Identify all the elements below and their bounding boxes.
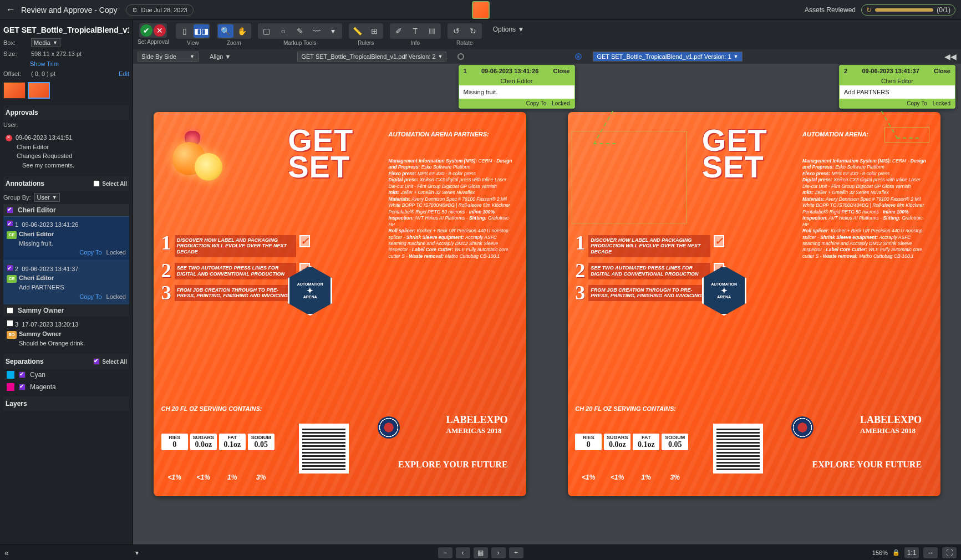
guides-button[interactable]: ⊞: [367, 24, 382, 38]
zoom-level[interactable]: 156%: [872, 549, 888, 556]
annotation-group-user-2[interactable]: Sammy Owner: [3, 304, 129, 317]
rotate-ccw-button[interactable]: ↺: [449, 24, 464, 38]
annotation-checkbox[interactable]: [7, 220, 13, 227]
separation-magenta[interactable]: Magenta: [3, 381, 129, 393]
markup-pen-button[interactable]: ✎: [292, 24, 308, 38]
asset-thumbnail-icon[interactable]: [472, 1, 490, 19]
compare-mode-select[interactable]: Side By Side▼: [138, 52, 199, 62]
thumbnail-2[interactable]: [28, 82, 50, 99]
due-date-pill[interactable]: 🗓 Due Jul 28, 2023: [126, 4, 194, 16]
eyedropper-button[interactable]: ✐: [391, 24, 406, 38]
note-copy-link[interactable]: Copy To: [526, 100, 547, 106]
zoom-button[interactable]: 🔍: [218, 24, 233, 38]
fit-width-button[interactable]: ↔: [923, 547, 938, 558]
right-document-pane[interactable]: 209-06-2023 13:41:37Close Cheri Editor A…: [547, 64, 962, 544]
annotation-checkbox[interactable]: [7, 264, 13, 271]
fullscreen-button[interactable]: ⛶: [942, 547, 957, 558]
spec-text: Management Information System (MIS): CER…: [389, 158, 515, 260]
refresh-icon[interactable]: ↻: [866, 6, 872, 14]
markup-ellipse-button[interactable]: ○: [276, 24, 291, 38]
single-view-button[interactable]: ▯: [177, 24, 192, 38]
highlight-box-1[interactable]: [572, 131, 687, 223]
spec-text: Management Information System (MIS): CER…: [802, 158, 929, 260]
offset-label: Offset:: [3, 70, 26, 77]
zoom-in-button[interactable]: +: [509, 547, 523, 558]
next-page-button[interactable]: ›: [491, 547, 506, 558]
qr-code: [299, 424, 349, 474]
viewer: ✔ ✕ Set Approval ▯ ◧◨ View 🔍 ✋ Zoom: [133, 20, 961, 544]
note-body: Missing fruit.: [459, 85, 574, 99]
options-dropdown[interactable]: Options ▼: [489, 23, 529, 35]
annotation-item-1[interactable]: 1 09-06-2023 13:41:26 CECheri Editor Mis…: [3, 216, 129, 261]
sidebar: GET SET_Bottle_TropicalBlend_v1.pdf Ver …: [0, 20, 133, 544]
edit-offset-link[interactable]: Edit: [119, 70, 129, 77]
annotation-note-1[interactable]: 109-06-2023 13:41:26Close Cheri Editor M…: [459, 65, 575, 109]
expand-panel-icon[interactable]: ◀◀: [944, 52, 957, 61]
nutrition-facts: RIES0 SUGARS0.0oz FAT0.1oz SODIUM0.05: [575, 434, 688, 450]
back-arrow-icon[interactable]: ←: [6, 4, 16, 16]
right-version-select[interactable]: GET SET_Bottle_TropicalBlend_v1.pdf Vers…: [593, 52, 742, 62]
separations-header: Separations Select All: [3, 354, 129, 369]
user-checkbox[interactable]: [7, 207, 13, 213]
pan-button[interactable]: ✋: [235, 24, 250, 38]
grid-view-button[interactable]: ▦: [474, 547, 488, 558]
annotations-select-all[interactable]: Select All: [93, 180, 127, 187]
markup-rect-button[interactable]: ▢: [259, 24, 274, 38]
group-by-select[interactable]: User▼: [34, 193, 60, 202]
align-dropdown[interactable]: Align ▼: [210, 53, 231, 60]
annotation-item-3[interactable]: 3 17-07-2023 13:20:13 SOSammy Owner Shou…: [3, 317, 129, 351]
markup-more-button[interactable]: ▾: [326, 24, 341, 38]
select-all-checkbox[interactable]: [93, 358, 100, 365]
zoom-label: Zoom: [227, 40, 241, 46]
separation-cyan[interactable]: Cyan: [3, 369, 129, 381]
sidebar-caret-icon[interactable]: ▾: [135, 549, 139, 557]
separations-select-all[interactable]: Select All: [93, 358, 127, 365]
right-radio[interactable]: [575, 53, 582, 60]
approval-status: Changes Requested: [6, 151, 127, 161]
partners-text-left: AUTOMATION ARENA PARTNERS:: [389, 131, 489, 138]
reject-button[interactable]: ✕: [154, 24, 166, 37]
markup-highlight-button[interactable]: 〰: [309, 24, 324, 38]
separation-checkbox[interactable]: [19, 384, 26, 390]
separation-checkbox[interactable]: [19, 371, 26, 378]
annotation-note-2[interactable]: 209-06-2023 13:41:37Close Cheri Editor A…: [839, 65, 955, 109]
user-checkbox[interactable]: [7, 307, 13, 314]
left-version-select[interactable]: GET SET_Bottle_TropicalBlend_v1.pdf Vers…: [297, 52, 446, 62]
note-copy-link[interactable]: Copy To: [907, 100, 927, 106]
show-trim-link[interactable]: Show Trim: [30, 60, 59, 67]
lock-icon[interactable]: 🔒: [892, 549, 900, 556]
barcode-button[interactable]: ⦀⦀: [424, 24, 440, 38]
explore-text: EXPLORE YOUR FUTURE: [812, 460, 922, 470]
note-close-link[interactable]: Close: [934, 68, 950, 74]
progress-pill[interactable]: ↻ (0/1): [861, 4, 955, 16]
collapse-sidebar-icon[interactable]: «: [4, 548, 9, 557]
select-all-checkbox[interactable]: [93, 180, 100, 187]
zoom-out-button[interactable]: −: [438, 547, 452, 558]
canvas-area[interactable]: 109-06-2023 13:41:26Close Cheri Editor M…: [133, 64, 961, 544]
copy-to-link[interactable]: Copy To: [79, 293, 101, 300]
headline-text: GETSET: [288, 127, 353, 180]
globe-icon: [791, 416, 813, 439]
size-value: 598.11 x 272.13 pt: [31, 50, 82, 57]
document-canvas-left[interactable]: GETSET AUTOMATION ARENA PARTNERS: Manage…: [154, 112, 526, 497]
rotate-cw-button[interactable]: ↻: [465, 24, 481, 38]
text-info-button[interactable]: T: [408, 24, 423, 38]
annotation-group-user-1[interactable]: Cheri Editor: [3, 204, 129, 216]
ruler-button[interactable]: 📏: [350, 24, 365, 38]
prev-page-button[interactable]: ‹: [456, 547, 470, 558]
fit-1to1-button[interactable]: 1:1: [904, 547, 919, 558]
thumbnail-1[interactable]: [3, 82, 26, 99]
approve-button[interactable]: ✔: [140, 24, 152, 37]
box-label: Box:: [3, 39, 26, 46]
annotation-checkbox[interactable]: [7, 320, 13, 327]
compare-view-button[interactable]: ◧◨: [194, 24, 209, 38]
annotation-item-2[interactable]: 2 09-06-2023 13:41:37 CECheri Editor Add…: [3, 261, 129, 305]
note-close-link[interactable]: Close: [553, 68, 570, 74]
document-canvas-right[interactable]: GETSET AUTOMATION ARENA: Management Info…: [568, 112, 940, 497]
left-radio[interactable]: [457, 53, 464, 60]
left-document-pane[interactable]: 109-06-2023 13:41:26Close Cheri Editor M…: [133, 64, 547, 544]
serving-text: CH 20 FL OZ SERVING CONTAINS:: [161, 405, 262, 412]
box-select[interactable]: Media▼: [31, 38, 60, 47]
approval-entry[interactable]: 09-06-2023 13:41:51 Cheri Editor Changes…: [3, 130, 129, 173]
copy-to-link[interactable]: Copy To: [79, 249, 101, 256]
